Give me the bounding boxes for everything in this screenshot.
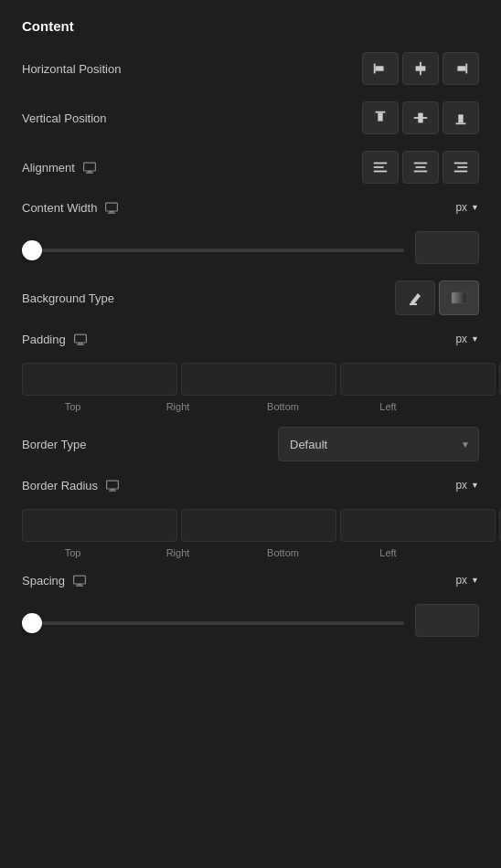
padding-top-label: Top [22, 401, 123, 412]
padding-unit-selector[interactable]: px ▼ [455, 333, 479, 345]
svg-rect-16 [374, 166, 384, 168]
svg-rect-5 [457, 66, 465, 70]
svg-rect-14 [86, 173, 93, 174]
svg-rect-0 [374, 64, 376, 74]
svg-rect-37 [76, 586, 83, 587]
border-type-row: Border Type Default Solid Dashed Dotted … [22, 427, 479, 461]
spacing-slider[interactable] [22, 621, 404, 625]
svg-rect-33 [111, 489, 115, 491]
border-radius-labels-row: Top Right Bottom Left [22, 547, 479, 558]
background-type-label: Background Type [22, 291, 114, 305]
border-radius-left-label: Left [337, 547, 439, 558]
padding-bottom-label: Bottom [232, 401, 334, 412]
border-type-select-wrapper: Default Solid Dashed Dotted Double None [278, 427, 479, 461]
spacing-input[interactable] [415, 604, 479, 637]
horizontal-position-label: Horizontal Position [22, 62, 121, 76]
spacing-slider-row [22, 604, 479, 637]
alignment-buttons [362, 151, 479, 184]
background-type-buttons [395, 281, 479, 315]
vertical-position-buttons [362, 101, 479, 134]
content-width-monitor-icon [104, 200, 119, 215]
v-pos-middle-button[interactable] [402, 101, 439, 134]
alignment-row: Alignment [22, 151, 479, 184]
svg-rect-10 [456, 122, 466, 124]
align-right-button[interactable] [442, 151, 479, 184]
svg-rect-24 [106, 203, 118, 211]
bg-type-solid-button[interactable] [395, 281, 435, 315]
spacing-row: Spacing px ▼ [22, 573, 479, 587]
svg-rect-18 [414, 163, 427, 164]
h-pos-left-button[interactable] [362, 52, 399, 85]
border-radius-right-label: Right [127, 547, 229, 558]
alignment-label: Alignment [22, 160, 97, 175]
content-width-unit-selector[interactable]: px ▼ [455, 201, 479, 214]
padding-left-label: Left [337, 401, 439, 412]
svg-rect-1 [376, 66, 384, 70]
svg-rect-21 [454, 163, 467, 164]
border-type-select[interactable]: Default Solid Dashed Dotted Double None [278, 427, 479, 461]
svg-rect-35 [74, 576, 86, 584]
content-width-slider-container [22, 241, 404, 255]
padding-spacer [442, 401, 479, 412]
horizontal-position-row: Horizontal Position [22, 52, 479, 85]
border-type-label: Border Type [22, 438, 87, 451]
svg-rect-11 [458, 114, 463, 122]
spacing-slider-container [22, 614, 404, 628]
padding-right-label: Right [127, 401, 229, 412]
svg-rect-23 [454, 171, 467, 173]
padding-unit: px ▼ [455, 333, 479, 345]
v-pos-top-button[interactable] [362, 101, 399, 134]
svg-rect-31 [77, 344, 84, 345]
border-radius-row: Border Radius px ▼ [22, 478, 479, 492]
border-radius-bottom-input[interactable] [340, 509, 496, 542]
border-radius-monitor-icon [105, 478, 120, 492]
border-radius-top-label: Top [22, 547, 123, 558]
svg-rect-30 [78, 343, 82, 344]
svg-rect-25 [110, 211, 114, 213]
svg-rect-32 [107, 481, 119, 489]
svg-rect-17 [374, 171, 387, 173]
v-pos-bottom-button[interactable] [442, 101, 479, 134]
svg-rect-34 [109, 491, 116, 492]
content-width-input[interactable] [415, 231, 479, 264]
content-width-slider[interactable] [22, 249, 404, 252]
spacing-unit-selector[interactable]: px ▼ [455, 574, 479, 587]
padding-monitor-icon [73, 332, 88, 346]
border-radius-inputs-row [22, 509, 479, 542]
svg-rect-13 [87, 171, 91, 173]
padding-bottom-input[interactable] [340, 363, 496, 396]
svg-rect-9 [418, 113, 422, 123]
h-pos-right-button[interactable] [442, 52, 479, 85]
svg-rect-3 [416, 66, 426, 70]
border-radius-unit-selector[interactable]: px ▼ [455, 479, 479, 492]
content-width-label: Content Width [22, 200, 119, 215]
spacing-unit: px ▼ [455, 574, 479, 587]
padding-labels-row: Top Right Bottom Left [22, 401, 479, 412]
content-width-slider-row [22, 231, 479, 264]
align-left-button[interactable] [362, 151, 399, 184]
padding-top-input[interactable] [22, 363, 177, 396]
padding-row: Padding px ▼ [22, 332, 479, 346]
svg-rect-19 [416, 166, 426, 168]
svg-rect-12 [83, 163, 95, 171]
svg-rect-22 [457, 166, 467, 168]
svg-rect-26 [108, 213, 115, 214]
h-pos-center-button[interactable] [402, 52, 439, 85]
border-radius-top-input[interactable] [22, 509, 177, 542]
svg-rect-36 [78, 584, 82, 586]
padding-inputs-row [22, 363, 479, 396]
align-center-button[interactable] [402, 151, 439, 184]
vertical-position-label: Vertical Position [22, 111, 107, 125]
spacing-monitor-icon [72, 573, 87, 587]
border-radius-right-input[interactable] [181, 509, 336, 542]
svg-rect-27 [410, 303, 417, 305]
spacing-label: Spacing [22, 573, 87, 587]
border-radius-bottom-label: Bottom [232, 547, 334, 558]
border-radius-unit: px ▼ [455, 479, 479, 492]
bg-type-gradient-button[interactable] [439, 281, 479, 315]
border-radius-label: Border Radius [22, 478, 120, 492]
svg-rect-4 [465, 64, 467, 74]
svg-rect-15 [374, 163, 387, 164]
padding-right-input[interactable] [181, 363, 336, 396]
svg-rect-20 [414, 171, 427, 173]
